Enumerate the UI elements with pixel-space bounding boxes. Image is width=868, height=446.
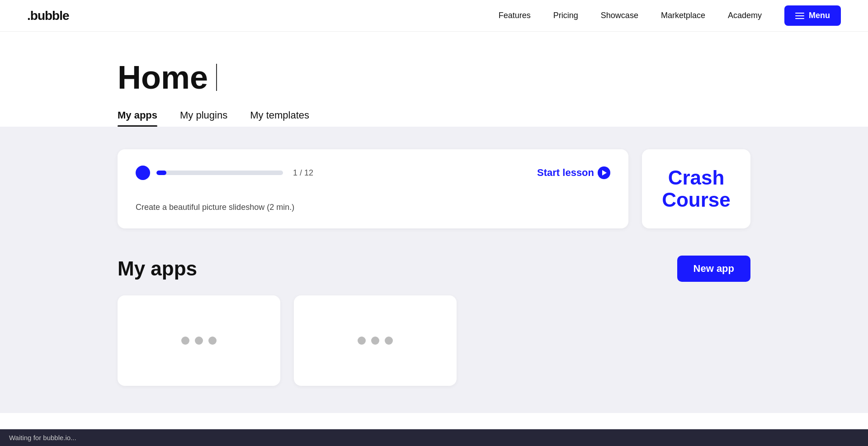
gray-section: 1 / 12 Start lesson Create a beautiful p… [0,127,868,413]
menu-button[interactable]: Menu [784,5,841,26]
dot-2 [195,337,203,345]
dot-4 [358,337,366,345]
nav-showcase[interactable]: Showcase [601,11,638,20]
white-section: Home My apps My plugins My templates [0,32,868,127]
play-icon [598,166,610,179]
lesson-area: 1 / 12 Start lesson Create a beautiful p… [118,149,750,228]
nav-features[interactable]: Features [499,11,531,20]
app-card-1[interactable] [118,295,280,386]
dot-6 [385,337,393,345]
app-card-dots-1 [181,337,217,345]
tab-my-plugins[interactable]: My plugins [180,109,227,127]
start-lesson-button[interactable]: Start lesson [537,166,610,179]
status-bar: Waiting for bubble.io... [0,429,868,446]
dot-3 [208,337,217,345]
nav-pricing[interactable]: Pricing [553,11,578,20]
hamburger-icon [795,13,804,19]
dot-5 [371,337,379,345]
app-cards-row [118,295,750,386]
progress-bar-wrapper: 1 / 12 [136,166,537,180]
lesson-description: Create a beautiful picture slideshow (2 … [136,203,610,212]
new-app-button[interactable]: New app [677,256,750,282]
header: .bubble Features Pricing Showcase Market… [0,0,868,32]
lesson-progress-row: 1 / 12 Start lesson [136,166,610,180]
my-apps-section-title: My apps [118,257,197,280]
page-title: Home [118,59,750,96]
tab-bar: My apps My plugins My templates [118,109,750,127]
tab-my-templates[interactable]: My templates [250,109,309,127]
crash-course-title: Crash Course [660,167,732,211]
status-bar-text: Waiting for bubble.io... [9,434,76,441]
progress-bar-fill [156,171,166,175]
text-cursor [216,64,217,91]
lesson-card: 1 / 12 Start lesson Create a beautiful p… [118,149,628,228]
crash-course-card[interactable]: Crash Course [642,149,750,228]
app-card-2[interactable] [294,295,457,386]
menu-button-label: Menu [809,11,830,20]
progress-bar-track [156,171,283,175]
my-apps-header: My apps New app [118,256,750,282]
tab-my-apps[interactable]: My apps [118,109,157,127]
main-nav: Features Pricing Showcase Marketplace Ac… [499,5,841,26]
page-title-text: Home [118,59,208,96]
dot-1 [181,337,189,345]
app-card-dots-2 [358,337,393,345]
start-lesson-label: Start lesson [537,167,594,179]
nav-academy[interactable]: Academy [728,11,762,20]
nav-marketplace[interactable]: Marketplace [661,11,705,20]
logo[interactable]: .bubble [27,9,69,23]
progress-text: 1 / 12 [293,168,313,178]
progress-circle-icon [136,166,150,180]
